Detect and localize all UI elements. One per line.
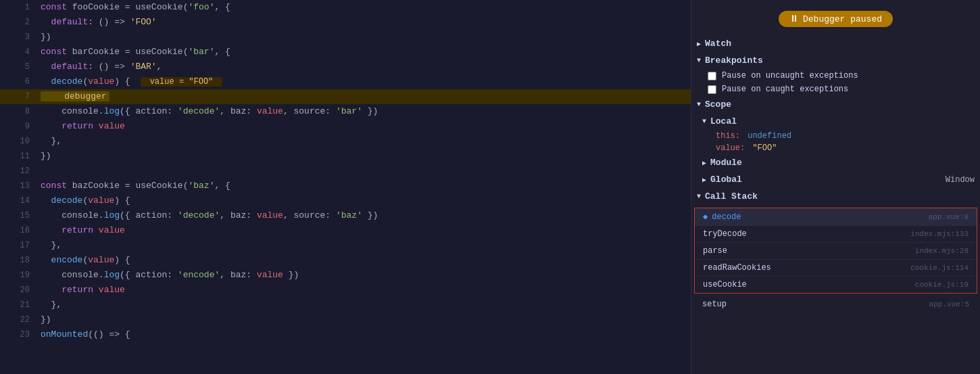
token: action [135, 106, 167, 116]
line-number: 12 [5, 164, 30, 179]
call-stack-item[interactable]: readRawCookiescookie.js:114 [695, 260, 977, 277]
scope-this: this: undefined [691, 130, 980, 142]
code-line: 10 }, [0, 134, 691, 149]
line-number: 6 [5, 74, 30, 89]
line-number: 15 [5, 208, 30, 223]
token: return [62, 285, 99, 295]
token [41, 17, 51, 27]
token: return [62, 225, 99, 235]
watch-section-header[interactable]: Watch [691, 35, 980, 52]
token: decode [51, 195, 83, 206]
code-line: 17 }, [0, 238, 691, 253]
token: , { [214, 2, 230, 12]
line-number: 8 [5, 104, 30, 119]
line-number: 13 [5, 179, 30, 193]
code-panel: 1const fooCookie = useCookie('foo', {2 d… [0, 0, 691, 374]
line-number: 4 [5, 45, 30, 60]
token: (() => { [88, 329, 130, 340]
token: , { [214, 181, 230, 191]
right-panel: ⏸ Debugger paused Watch Breakpoints Paus… [691, 0, 980, 374]
code-line: 2 default: () => 'FOO' [0, 15, 691, 30]
line-number: 11 [5, 149, 30, 164]
token: fooCookie = useCookie( [72, 2, 189, 12]
local-section-header[interactable]: Local [691, 113, 980, 130]
local-arrow-icon [702, 118, 706, 125]
line-content: decode(value) { value = "FOO" [41, 74, 685, 89]
token: const [41, 47, 72, 57]
token [41, 195, 51, 206]
setup-fn-name: setup [702, 300, 727, 309]
token: bazCookie = useCookie( [72, 181, 189, 191]
line-content: console.log({ action: 'decode', baz: val… [41, 208, 685, 223]
call-stack-section-header[interactable]: Call Stack [691, 188, 980, 205]
token: ({ [120, 270, 135, 280]
token: 'decode' [178, 210, 220, 220]
setup-row[interactable]: setup app.vue:5 [694, 296, 977, 312]
code-line: 11}) [0, 149, 691, 164]
watch-label: Watch [705, 39, 731, 49]
inline-value: value = "FOO" [141, 77, 222, 87]
token: const [41, 2, 72, 12]
line-content: }) [41, 30, 685, 45]
code-line: 19 console.log({ action: 'encode', baz: … [0, 268, 691, 283]
code-line: 6 decode(value) { value = "FOO" [0, 74, 691, 89]
code-line: 14 decode(value) { [0, 193, 691, 208]
call-stack-item[interactable]: tryDecodeindex.mjs:133 [695, 226, 977, 243]
token: action [135, 210, 167, 220]
global-section-header[interactable]: Global Window [691, 171, 980, 188]
token: }, [41, 240, 62, 250]
module-section-header[interactable]: Module [691, 154, 980, 171]
call-stack-item[interactable]: useCookiecookie.js:19 [695, 277, 977, 293]
uncaught-exceptions-row: Pause on uncaught exceptions [691, 69, 980, 83]
token: 'decode' [178, 106, 220, 116]
stack-function-name: decode [712, 212, 741, 222]
line-content: }) [41, 149, 685, 164]
line-number: 17 [5, 238, 30, 253]
token: , baz: [220, 270, 257, 280]
scope-this-val: undefined [748, 131, 791, 141]
line-content: const bazCookie = useCookie('baz', { [41, 179, 685, 193]
token: ({ [120, 106, 135, 116]
code-line: 16 return value [0, 223, 691, 238]
scope-value-key: value: [716, 143, 745, 153]
code-line: 8 console.log({ action: 'decode', baz: v… [0, 104, 691, 119]
line-number: 2 [5, 15, 30, 30]
token: }) [41, 314, 51, 325]
token: decode [51, 76, 83, 87]
code-line: 15 console.log({ action: 'decode', baz: … [0, 208, 691, 223]
token: : [167, 106, 178, 116]
call-stack-list: ◆decodeapp.vue:8tryDecodeindex.mjs:133pa… [694, 208, 977, 294]
line-content: const fooCookie = useCookie('foo', { [41, 0, 685, 15]
line-content: console.log({ action: 'decode', baz: val… [41, 104, 685, 119]
token: default [51, 17, 89, 27]
caught-exceptions-checkbox[interactable] [708, 85, 716, 94]
debugger-paused-label: Debugger paused [803, 14, 882, 24]
line-content: }, [41, 238, 685, 253]
breakpoints-section-header[interactable]: Breakpoints [691, 52, 980, 69]
token: barCookie = useCookie( [72, 47, 189, 57]
uncaught-exceptions-checkbox[interactable] [708, 72, 716, 80]
token: value [257, 270, 283, 280]
line-content: }, [41, 134, 685, 149]
call-stack-item[interactable]: ◆decodeapp.vue:8 [695, 208, 977, 226]
line-number: 7 [5, 89, 30, 104]
call-stack-arrow-icon [697, 193, 701, 200]
token: , baz: [220, 210, 257, 220]
token: : () => [88, 17, 130, 27]
token: , source: [283, 106, 336, 116]
token: const [41, 181, 72, 191]
line-number: 5 [5, 60, 30, 74]
token: value [99, 121, 125, 131]
scope-section-header[interactable]: Scope [691, 96, 980, 113]
code-area: 1const fooCookie = useCookie('foo', {2 d… [0, 0, 691, 374]
line-content: return value [41, 119, 685, 134]
line-content: return value [41, 283, 685, 298]
code-line: 9 return value [0, 119, 691, 134]
stack-location: cookie.js:114 [910, 264, 969, 272]
token: onMounted [41, 329, 88, 340]
call-stack-item[interactable]: parseindex.mjs:28 [695, 243, 977, 260]
global-arrow-icon [702, 176, 706, 184]
line-number: 18 [5, 253, 30, 268]
token [41, 121, 62, 131]
debugger-paused-button[interactable]: ⏸ Debugger paused [779, 11, 893, 27]
